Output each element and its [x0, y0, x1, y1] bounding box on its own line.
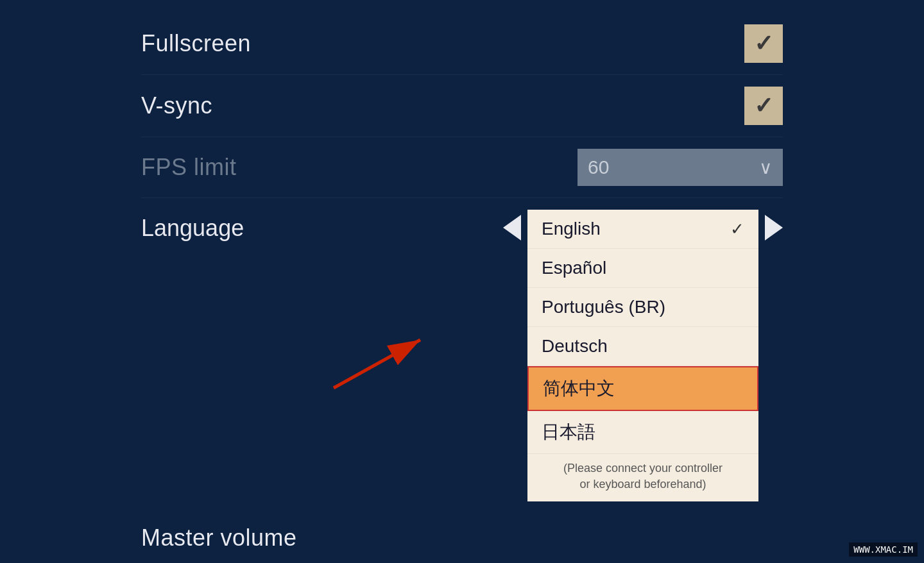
lang-option-english[interactable]: English ✓ [527, 210, 758, 249]
language-row: Language English ✓ Español Português (BR… [141, 198, 783, 513]
fullscreen-check: ✓ [754, 30, 773, 57]
vsync-checkbox[interactable]: ✓ [744, 87, 783, 125]
lang-option-chinese[interactable]: 简体中文 [527, 366, 758, 411]
lang-option-espanol-label: Español [542, 258, 606, 278]
lang-option-japanese[interactable]: 日本語 [527, 411, 758, 454]
lang-option-english-check: ✓ [730, 219, 744, 239]
fullscreen-label: Fullscreen [141, 30, 251, 57]
lang-option-deutsch-label: Deutsch [542, 336, 608, 357]
master-volume-label: Master volume [141, 525, 297, 551]
vsync-row: V-sync ✓ [141, 75, 783, 137]
lang-option-english-label: English [542, 219, 601, 239]
fps-limit-row: FPS limit 60 ∨ [141, 137, 783, 198]
language-dropdown-footer: (Please connect your controlleror keyboa… [527, 454, 758, 501]
lang-option-portuguese[interactable]: Português (BR) [527, 288, 758, 327]
fps-limit-dropdown[interactable]: 60 ∨ [578, 149, 783, 186]
fullscreen-row: Fullscreen ✓ [141, 13, 783, 75]
language-prev-arrow[interactable] [503, 215, 521, 240]
vsync-check: ✓ [754, 92, 773, 119]
master-volume-row: Master volume [141, 513, 783, 563]
lang-option-espanol[interactable]: Español [527, 249, 758, 288]
language-dropdown: English ✓ Español Português (BR) Deutsch… [527, 210, 758, 501]
lang-option-deutsch[interactable]: Deutsch [527, 327, 758, 366]
lang-option-portuguese-label: Português (BR) [542, 297, 665, 317]
vsync-label: V-sync [141, 92, 212, 119]
lang-option-japanese-label: 日本語 [542, 420, 595, 444]
watermark: WWW.XMAC.IM [849, 542, 918, 557]
language-label: Language [141, 210, 244, 242]
fps-limit-label: FPS limit [141, 154, 237, 181]
language-next-arrow[interactable] [765, 215, 783, 240]
fps-dropdown-arrow: ∨ [759, 157, 773, 178]
lang-option-chinese-label: 简体中文 [543, 376, 615, 401]
fps-limit-value: 60 [588, 156, 759, 178]
language-controls: English ✓ Español Português (BR) Deutsch… [503, 210, 783, 501]
fullscreen-checkbox[interactable]: ✓ [744, 24, 783, 63]
